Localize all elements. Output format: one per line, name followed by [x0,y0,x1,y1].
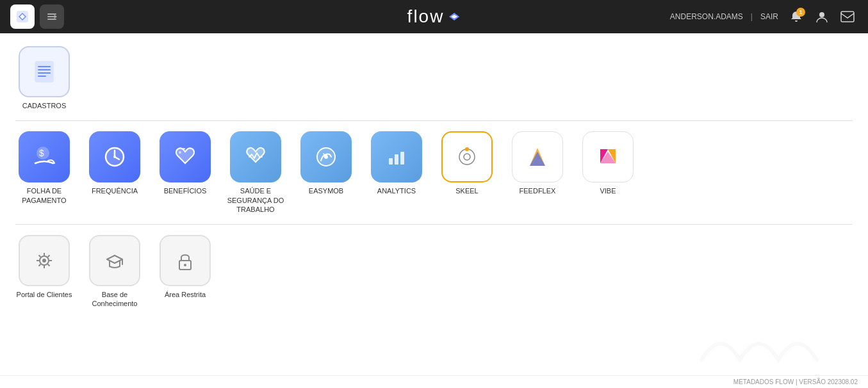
graduation-icon [102,248,127,273]
cadastros-label: CADASTROS [22,101,66,110]
header-icons: 1 [786,6,858,27]
frequencia-label: FREQUÊNCIA [92,186,138,195]
svg-point-21 [459,149,475,165]
divider-2 [15,224,853,225]
vibe-label: VIBE [600,186,616,195]
utilities-section: Portal de Clientes Base deConhecimento [15,235,853,309]
beneficios-icon [160,131,211,182]
app-feedflex[interactable]: FEEDFLEX [509,131,566,195]
base-icon [89,235,140,286]
svg-rect-20 [400,152,404,165]
restrita-label: Área Restrita [165,290,206,299]
footer: METADADOS FLOW | VERSÃO 202308.02 [0,375,868,388]
svg-point-23 [465,147,469,151]
logout-link[interactable]: SAIR [760,12,778,21]
apps-section: $ FOLHA DEPAGAMENTO FREQ [15,131,853,214]
app-frequencia[interactable]: FREQUÊNCIA [86,131,143,195]
base-label: Base deConhecimento [92,290,138,309]
health-icon [242,143,270,171]
svg-point-13 [113,156,116,158]
skeel-icon [441,131,493,182]
beneficios-label: BENEFÍCIOS [164,186,207,195]
svg-line-35 [39,255,41,257]
lock-icon [172,248,198,273]
app-skeel[interactable]: SKEEL [438,131,496,195]
analytics-icon [371,131,422,182]
mail-button[interactable] [837,6,858,27]
app-base[interactable]: Base deConhecimento [86,235,143,309]
portal-icon [19,235,70,286]
app-analytics[interactable]: ANALYTICS [368,131,425,195]
header-center: flow [407,6,461,27]
feedflex-label: FEEDFLEX [520,186,556,195]
vibe-logo-icon [594,143,622,171]
flow-logo-arrow [448,12,461,22]
folha-label: FOLHA DEPAGAMENTO [22,186,66,205]
svg-line-38 [39,264,41,266]
app-saude[interactable]: SAÚDE ESEGURANÇA DOTRABALHO [227,131,284,214]
cadastros-section: CADASTROS [15,46,853,110]
notification-button[interactable]: 1 [786,6,807,27]
utilities-grid: Portal de Clientes Base deConhecimento [15,235,853,309]
speed-icon [312,143,340,171]
svg-point-14 [179,151,181,154]
app-cadastros[interactable]: CADASTROS [15,46,73,110]
cadastros-grid: CADASTROS [15,46,853,110]
mail-icon [840,11,855,22]
svg-line-36 [48,264,50,266]
app-restrita[interactable]: Área Restrita [156,235,214,299]
skeel-logo-icon [453,143,481,171]
apps-grid: $ FOLHA DEPAGAMENTO FREQ [15,131,853,214]
svg-text:$: $ [39,148,44,158]
svg-point-41 [184,264,186,266]
portal-label: Portal de Clientes [17,290,72,299]
document-icon [30,58,58,86]
app-portal[interactable]: Portal de Clientes [15,235,73,299]
app-folha[interactable]: $ FOLHA DEPAGAMENTO [15,131,73,205]
skeel-label: SKEEL [455,186,478,195]
svg-point-30 [42,259,46,263]
svg-rect-3 [35,61,53,82]
heart-icon [171,143,199,171]
app-title: flow [407,6,445,27]
svg-line-37 [48,255,50,257]
svg-rect-19 [395,154,398,165]
app-beneficios[interactable]: BENEFÍCIOS [156,131,214,195]
folha-icon: $ [19,131,70,182]
profile-button[interactable] [812,6,832,27]
svg-rect-2 [841,12,854,22]
saude-icon [230,131,281,182]
vibe-icon [582,131,634,182]
restrita-icon [160,235,211,286]
notification-badge: 1 [796,8,805,17]
divider-1 [15,120,853,121]
svg-point-22 [464,154,470,160]
main-content: CADASTROS $ FOLHA DEPAGAMENTO [0,33,868,388]
svg-point-1 [819,12,824,17]
frequencia-icon [89,131,140,182]
gear-icon [31,248,57,273]
user-icon [815,10,829,24]
easymob-label: EASYMOB [309,186,343,195]
nav-button[interactable] [40,4,64,29]
svg-rect-18 [389,158,393,165]
saude-label: SAÚDE ESEGURANÇA DOTRABALHO [227,186,284,214]
header: flow ANDERSON.ADAMS | SAIR 1 [0,0,868,33]
cadastros-icon [19,46,70,97]
svg-marker-25 [530,152,545,166]
clock-icon [101,143,129,171]
feedflex-icon [512,131,563,182]
app-vibe[interactable]: VIBE [579,131,637,195]
app-easymob[interactable]: EASYMOB [297,131,355,195]
user-link[interactable]: ANDERSON.ADAMS [670,12,743,21]
logo-button[interactable] [10,4,35,29]
money-hand-icon: $ [30,143,58,171]
bar-chart-icon [382,143,411,171]
header-right: ANDERSON.ADAMS | SAIR 1 [670,6,858,27]
easymob-icon [300,131,352,182]
header-left [10,4,64,29]
feedflex-logo-icon [523,143,552,171]
footer-text: METADADOS FLOW | VERSÃO 202308.02 [733,378,858,385]
analytics-label: ANALYTICS [377,186,416,195]
